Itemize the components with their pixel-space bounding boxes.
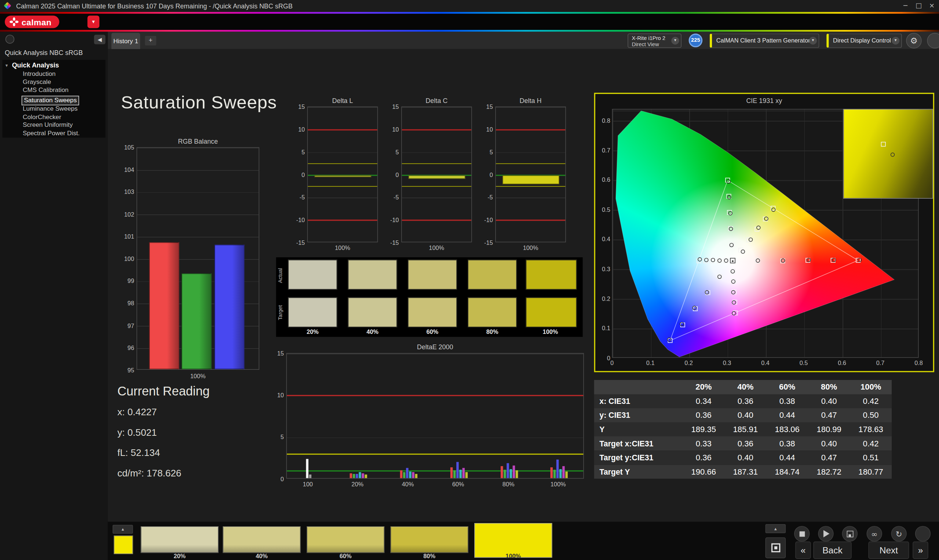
collapse-up-button-right[interactable]: ▴	[765, 524, 786, 533]
sidebar-item-cms-calibration[interactable]: CMS Calibration	[23, 86, 105, 94]
back-button[interactable]: Back	[813, 542, 851, 559]
table-cell: 0.38	[766, 397, 808, 405]
deltae-bar	[509, 469, 512, 478]
sidebar-menu-icon[interactable]	[6, 35, 14, 44]
delta-ytick: 15	[479, 103, 493, 110]
sidebar-item-grayscale[interactable]: Grayscale	[23, 78, 105, 86]
current-reading-heading: Current Reading	[117, 384, 210, 398]
deltae-xtick: 100%	[546, 481, 570, 488]
deltae-bar	[503, 470, 506, 478]
deltae-bar	[453, 471, 456, 478]
close-button[interactable]: ×	[927, 1, 936, 11]
delta-ytick: -15	[290, 239, 305, 246]
cie-ytick: 0.6	[596, 177, 611, 183]
cie-actual-marker-blue	[680, 322, 684, 326]
first-page-button[interactable]: «	[795, 542, 811, 559]
table-row: Target y:CIE310.360.400.440.470.51	[594, 451, 892, 465]
bottom-bar: ▴ 20%40%60%80%100% ▴ ∞ ↻ « Back Next »	[108, 522, 939, 560]
current-color-swatch[interactable]	[114, 535, 133, 554]
deltae-bar	[456, 462, 458, 478]
cie-1931-panel: CIE 1931 xy 0.80.70.60.50.40.30.20.1000.…	[594, 93, 934, 372]
swatch-col-label: 20%	[288, 328, 337, 335]
display-control-dropdown[interactable]: Direct Display Control ▾	[826, 33, 902, 48]
cie-actual-marker-magenta	[731, 280, 735, 284]
sidebar-item-introduction[interactable]: Introduction	[23, 70, 105, 78]
play-button[interactable]	[818, 526, 833, 541]
rgb-ytick: 100	[115, 255, 134, 262]
gear-icon[interactable]: ⚙	[906, 33, 921, 48]
chevron-down-icon: ▾	[671, 37, 679, 45]
limit-line	[496, 220, 565, 221]
table-row: Y189.35185.91183.06180.99178.63	[594, 422, 892, 437]
loop-button[interactable]: ∞	[867, 526, 882, 541]
table-row-label: Target Y	[594, 467, 683, 476]
limit-line	[308, 220, 377, 221]
table-cell: 0.40	[725, 453, 766, 462]
current-reading-line: y: 0.5021	[117, 427, 157, 438]
cie-actual-marker-blue	[667, 337, 671, 342]
last-page-button[interactable]: »	[913, 542, 928, 559]
level-swatch-label: 40%	[223, 553, 301, 560]
app-icon	[4, 2, 11, 9]
deltae-bar	[565, 471, 567, 478]
cie-ytick: 0.2	[596, 295, 611, 302]
delta-ytick: -5	[479, 194, 493, 201]
refresh-button[interactable]: ↻	[891, 526, 907, 541]
meter-name: X-Rite i1Pro 2	[632, 35, 672, 41]
extra-transport-button[interactable]	[915, 526, 931, 541]
save-button[interactable]	[842, 526, 857, 541]
deltae-xtick: 80%	[496, 481, 521, 488]
maximize-button[interactable]: □	[914, 1, 924, 11]
minimize-button[interactable]: −	[901, 1, 910, 11]
current-reading-line: cd/m²: 178.626	[117, 468, 181, 478]
level-swatch-button-100%[interactable]	[474, 523, 552, 558]
rgb-ytick: 102	[115, 211, 134, 218]
level-swatch-button-80%[interactable]	[391, 527, 469, 553]
rgb-balance-xlabel: 100%	[136, 373, 259, 379]
pattern-generator-dropdown[interactable]: CalMAN Client 3 Pattern Generator ▾	[710, 33, 819, 48]
limit-line	[496, 163, 565, 164]
sidebar-item-colorchecker[interactable]: ColorChecker	[23, 113, 105, 121]
calman-logo[interactable]: calman	[5, 15, 59, 28]
collapse-up-button-left[interactable]: ▴	[113, 525, 133, 534]
rgb-ytick: 105	[115, 144, 134, 151]
sidebar: ◀ Quick Analysis NBC sRGB ▾ Quick Analys…	[0, 32, 108, 560]
logo-menu-button[interactable]: ▾	[87, 15, 99, 28]
deltae-bar	[409, 471, 411, 478]
sidebar-item-spectral-power-dist-[interactable]: Spectral Power Dist.	[23, 129, 105, 137]
tree-root-label: Quick Analysis	[12, 62, 59, 69]
delta-ytick: -15	[384, 239, 399, 246]
sidebar-item-screen-uniformity[interactable]: Screen Uniformity	[23, 121, 105, 129]
cie-white-point-dot	[732, 260, 734, 262]
deltae-bar	[506, 463, 509, 478]
deltae-bar	[462, 468, 465, 478]
cie-xtick: 0.5	[795, 360, 812, 366]
pattern-window-button[interactable]	[765, 537, 786, 558]
delta-c-xlabel: 100%	[401, 245, 472, 251]
tree-root[interactable]: ▾ Quick Analysis	[3, 62, 106, 70]
sidebar-item-luminance-sweeps[interactable]: Luminance Sweeps	[23, 105, 105, 113]
sidebar-collapse-button[interactable]: ◀	[94, 35, 105, 45]
cie-ytick: 0.5	[596, 206, 611, 213]
delta-ytick: -15	[479, 239, 493, 246]
level-swatch-button-40%[interactable]	[223, 527, 301, 553]
cie-actual-marker-magenta	[731, 269, 735, 273]
level-swatch-button-60%[interactable]	[307, 527, 384, 553]
table-cell: 0.36	[683, 453, 725, 462]
meter-mode: Direct View	[632, 42, 672, 47]
refresh-icon: ↻	[896, 529, 902, 538]
meter-status-badge[interactable]: 225	[689, 33, 703, 47]
add-tab-button[interactable]: +	[145, 36, 156, 45]
deltae-bar	[350, 473, 352, 478]
table-row: y: CIE310.360.400.440.470.50	[594, 408, 892, 423]
meter-dropdown[interactable]: X-Rite i1Pro 2 Direct View ▾	[628, 33, 682, 48]
sidebar-item-saturation-sweeps[interactable]: Saturation Sweeps	[22, 96, 79, 105]
next-button[interactable]: Next	[868, 542, 909, 559]
stop-button[interactable]	[794, 526, 809, 541]
limit-line	[287, 454, 583, 454]
table-cell: 0.40	[725, 411, 766, 420]
level-swatch-button-20%[interactable]	[141, 527, 219, 553]
tab-history-1[interactable]: History 1	[111, 33, 140, 49]
deltae-bar	[512, 465, 515, 478]
more-options-button[interactable]	[927, 33, 939, 48]
